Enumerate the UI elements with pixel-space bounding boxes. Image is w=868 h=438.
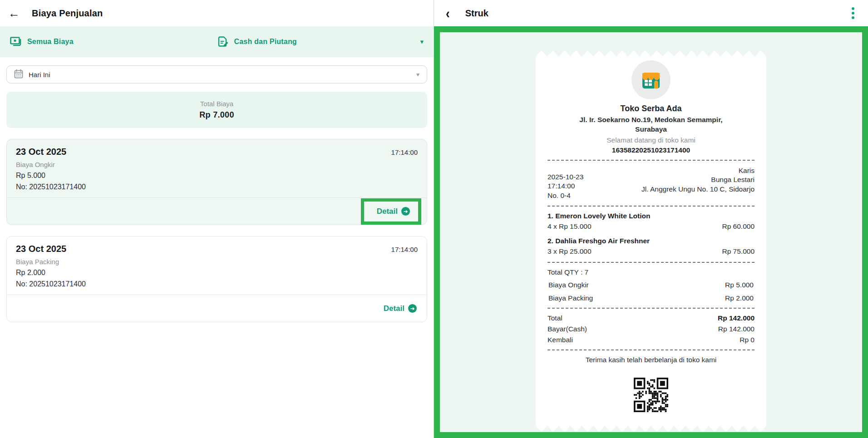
expense-card: 23 Oct 2025 17:14:00 Biaya Ongkir Rp 5.0…: [6, 139, 427, 225]
store-address: Jl. Ir. Soekarno No.19, Medokan Semampir…: [576, 115, 726, 134]
expense-amount: Rp 2.000: [16, 269, 418, 277]
date-range-value: Hari Ini: [29, 71, 50, 79]
dashed-divider: [547, 349, 755, 350]
arrow-right-circle-icon: ➔: [408, 304, 417, 313]
item-name: 2. Dahlia Freshgo Air Freshner: [547, 237, 755, 245]
expense-number: No: 20251023171400: [16, 183, 418, 191]
fee-row: Biaya Ongkir Rp 5.000: [547, 281, 755, 289]
store-logo: [631, 60, 671, 99]
receipt-zigzag-top: [536, 50, 766, 57]
sales-expense-panel: ← Biaya Penjualan Semua Biaya Ca: [0, 0, 434, 438]
left-header: ← Biaya Penjualan: [0, 0, 434, 26]
receipt-highlight-area: Toko Serba Ada Jl. Ir. Soekarno No.19, M…: [434, 26, 868, 438]
paid-row: Bayar(Cash) Rp 142.000: [547, 325, 755, 333]
arrow-right-circle-icon: ➔: [401, 207, 410, 216]
filter-bar: Semua Biaya Cash dan Piutang ▾: [0, 26, 434, 57]
date-range-select[interactable]: Hari Ini ▾: [6, 65, 427, 84]
paid-value: Rp 142.000: [718, 325, 755, 333]
back-arrow-icon[interactable]: ←: [8, 7, 26, 19]
receipt-item: 2. Dahlia Freshgo Air Freshner 3 x Rp 25…: [547, 237, 755, 256]
transaction-date: 2025-10-23: [547, 172, 583, 182]
thank-you-message: Terima kasih telah berbelanja di toko ka…: [547, 356, 755, 364]
item-subtotal: Rp 60.000: [722, 222, 755, 231]
dashed-divider: [547, 160, 755, 161]
total-expense-label: Total Biaya: [200, 100, 233, 108]
chevron-down-icon: ▾: [416, 71, 419, 78]
filter-payment-type[interactable]: Cash dan Piutang ▾: [208, 36, 434, 48]
item-qty-price: 4 x Rp 15.000: [547, 222, 592, 231]
receipt: Toko Serba Ada Jl. Ir. Soekarno No.19, M…: [536, 50, 766, 432]
detail-button[interactable]: Detail ➔: [384, 304, 417, 313]
total-row: Total Rp 142.000: [547, 314, 755, 322]
item-name: 1. Emeron Lovely White Lotion: [547, 212, 755, 220]
receipt-zigzag-bottom: [536, 426, 766, 432]
receipt-item: 1. Emeron Lovely White Lotion 4 x Rp 15.…: [547, 212, 755, 231]
document-edit-icon: [218, 36, 229, 48]
chevron-down-icon[interactable]: ▾: [420, 38, 424, 46]
item-subtotal: Rp 75.000: [722, 247, 755, 256]
expense-amount: Rp 5.000: [16, 172, 418, 180]
dashed-divider: [547, 262, 755, 263]
change-label: Kembali: [547, 336, 573, 344]
expense-number: No: 20251023171400: [16, 280, 418, 288]
fee-label: Biaya Ongkir: [548, 281, 589, 289]
item-qty-price: 3 x Rp 25.000: [547, 247, 592, 256]
total-expense-summary: Total Biaya Rp 7.000: [6, 92, 427, 128]
customer-address: Jl. Anggrek Ungu No. 10 C, Sidoarjo: [641, 185, 755, 194]
click-highlight-annotation: Detail ➔: [361, 198, 421, 225]
fee-value: Rp 2.000: [725, 294, 754, 302]
filter-all-expenses[interactable]: Semua Biaya: [0, 37, 208, 47]
filter-all-expenses-label: Semua Biaya: [27, 38, 74, 46]
kebab-menu-icon[interactable]: [850, 5, 856, 21]
transaction-info: 2025-10-23 17:14:00 No. 0-4 Karis Bunga …: [547, 166, 755, 200]
total-label: Total: [547, 314, 562, 322]
calendar-icon: [14, 69, 23, 80]
total-expense-value: Rp 7.000: [199, 110, 234, 120]
money-icon: [10, 37, 22, 47]
detail-button[interactable]: Detail ➔: [377, 207, 410, 216]
total-qty: Total QTY : 7: [547, 268, 755, 276]
paid-label: Bayar(Cash): [547, 325, 587, 333]
transaction-time: 17:14:00: [547, 182, 583, 191]
back-chevron-icon[interactable]: ‹: [446, 6, 450, 20]
cashier-name: Karis: [641, 166, 755, 175]
store-greeting: Selamat datang di toko kami: [547, 136, 755, 144]
expense-name: Biaya Packing: [16, 258, 418, 266]
transaction-order-no: No. 0-4: [547, 191, 583, 200]
qr-code: [634, 378, 668, 412]
change-row: Kembali Rp 0: [547, 336, 755, 344]
fee-label: Biaya Packing: [548, 294, 593, 302]
store-name: Toko Serba Ada: [547, 104, 755, 113]
page-title: Biaya Penjualan: [32, 8, 103, 19]
fee-value: Rp 5.000: [725, 281, 754, 289]
right-header: ‹ Struk: [434, 0, 868, 26]
expense-card: 23 Oct 2025 17:14:00 Biaya Packing Rp 2.…: [6, 236, 427, 322]
expense-time: 17:14:00: [391, 246, 418, 253]
total-value: Rp 142.000: [718, 314, 755, 322]
dashed-divider: [547, 308, 755, 309]
dashed-divider: [547, 206, 755, 207]
customer-name: Bunga Lestari: [641, 175, 755, 184]
expense-date: 23 Oct 2025: [16, 147, 66, 157]
expense-time: 17:14:00: [391, 148, 418, 156]
expense-name: Biaya Ongkir: [16, 161, 418, 168]
expense-list-content: Hari Ini ▾ Total Biaya Rp 7.000 23 Oct 2…: [0, 57, 434, 330]
receipt-number: 16358220251023171400: [547, 146, 755, 154]
fee-row: Biaya Packing Rp 2.000: [547, 294, 755, 302]
receipt-page-title: Struk: [465, 8, 488, 19]
receipt-panel: ‹ Struk: [434, 0, 868, 438]
change-value: Rp 0: [740, 336, 755, 344]
expense-date: 23 Oct 2025: [16, 244, 66, 254]
filter-payment-type-label: Cash dan Piutang: [234, 38, 297, 46]
